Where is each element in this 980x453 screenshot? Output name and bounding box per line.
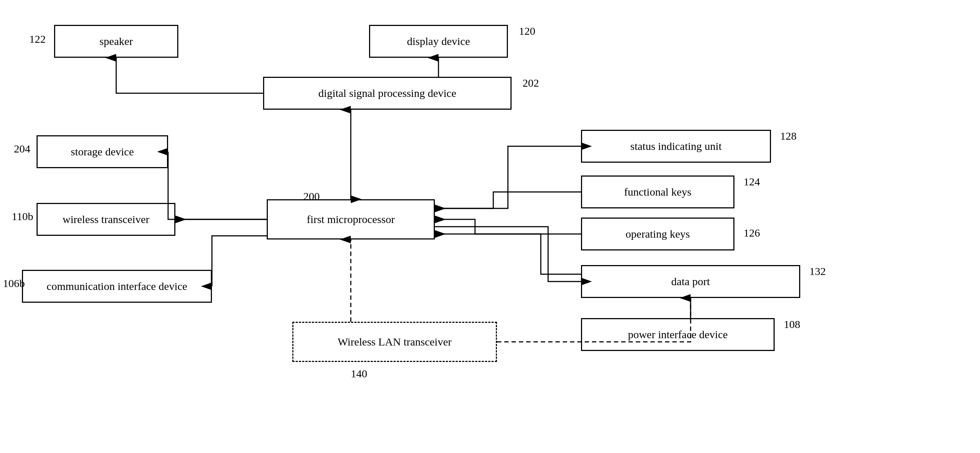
- comm-interface-label: communication interface device: [47, 280, 188, 292]
- storage-device-box: storage device: [37, 135, 168, 168]
- data-port-box: data port: [581, 265, 800, 298]
- display-device-id: 120: [519, 25, 535, 37]
- display-device-label: display device: [407, 35, 470, 48]
- operating-keys-box: operating keys: [581, 217, 735, 250]
- status-indicating-label: status indicating unit: [630, 140, 722, 153]
- dsp-label: digital signal processing device: [318, 87, 456, 99]
- functional-keys-label: functional keys: [624, 186, 691, 198]
- data-port-id: 132: [809, 265, 826, 278]
- operating-keys-id: 126: [744, 226, 760, 239]
- comm-interface-box: communication interface device: [22, 270, 212, 303]
- wireless-lan-id: 140: [351, 367, 367, 380]
- diagram: speaker 122 display device 120 digital s…: [0, 0, 980, 453]
- wireless-transceiver-box: wireless transceiver: [37, 203, 175, 236]
- comm-interface-id: 106b: [3, 277, 25, 290]
- speaker-id: 122: [29, 33, 46, 45]
- wireless-lan-box: Wireless LAN transceiver: [292, 322, 497, 362]
- storage-device-label: storage device: [71, 145, 134, 158]
- status-indicating-box: status indicating unit: [581, 130, 771, 163]
- first-microprocessor-box: first microprocessor: [267, 199, 435, 239]
- dsp-id: 202: [522, 77, 539, 89]
- display-device-box: display device: [369, 25, 508, 58]
- wireless-transceiver-label: wireless transceiver: [62, 213, 149, 226]
- dsp-box: digital signal processing device: [263, 77, 512, 110]
- speaker-box: speaker: [54, 25, 178, 58]
- power-interface-box: power interface device: [581, 318, 775, 351]
- status-indicating-id: 128: [780, 130, 797, 142]
- functional-keys-box: functional keys: [581, 175, 735, 208]
- operating-keys-label: operating keys: [625, 228, 690, 240]
- wireless-transceiver-id: 110b: [12, 210, 33, 223]
- data-port-label: data port: [671, 275, 710, 288]
- wireless-lan-label: Wireless LAN transceiver: [337, 336, 452, 348]
- first-microprocessor-label: first microprocessor: [307, 213, 395, 226]
- speaker-label: speaker: [99, 35, 133, 48]
- storage-device-id: 204: [14, 143, 30, 155]
- functional-keys-id: 124: [744, 175, 760, 188]
- power-interface-id: 108: [784, 318, 800, 330]
- power-interface-label: power interface device: [628, 328, 727, 341]
- first-micro-id: 200: [303, 190, 320, 203]
